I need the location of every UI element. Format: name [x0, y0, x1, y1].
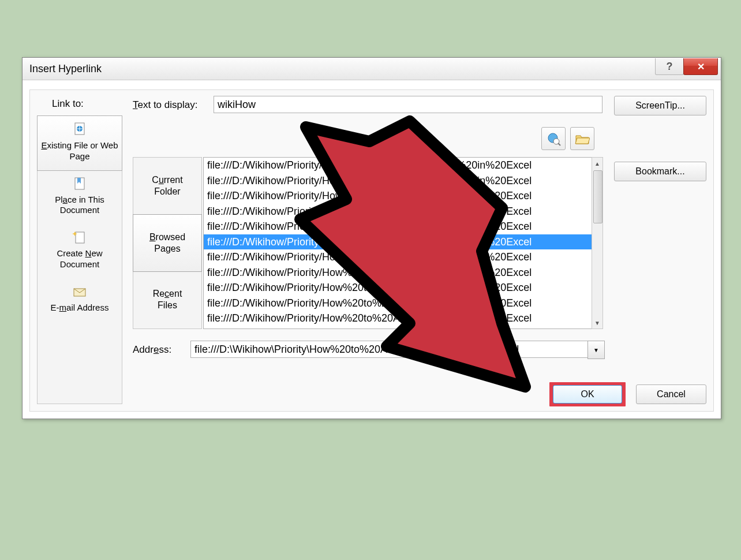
linkto-createnew-label: Create New Document	[57, 248, 102, 269]
cancel-button[interactable]: Cancel	[636, 384, 706, 404]
list-item[interactable]: file:///D:/Wikihow/Priority/How%20to%20A…	[204, 265, 592, 281]
browse-web-button[interactable]	[541, 127, 566, 150]
address-dropdown-button[interactable]: ▼	[587, 341, 605, 359]
list-item[interactable]: file:///D:/Wikihow/Priority/How%20to%20A…	[204, 296, 592, 311]
list-item[interactable]: file:///D:/Wikihow/Priority/How%20to%20A…	[204, 219, 592, 234]
screentip-button[interactable]: ScreenTip...	[614, 96, 706, 115]
list-item[interactable]: file:///D:/Wikihow/Priority/How%20to%20A…	[204, 311, 592, 326]
ok-highlight: OK	[549, 382, 626, 406]
linkto-place-label: Place in This Document	[55, 195, 104, 215]
tab-current-folder[interactable]: CurrentFolder	[133, 158, 201, 215]
chevron-down-icon: ▼	[593, 347, 599, 353]
ok-button[interactable]: OK	[553, 385, 622, 404]
text-to-display-input[interactable]	[214, 96, 602, 113]
linkto-existing-file[interactable]: Existing File or Web Page	[37, 115, 122, 171]
list-item[interactable]: file:///D:/Wikihow/Priority/How%20to%20A…	[204, 158, 592, 173]
address-label: Address:	[133, 344, 171, 356]
file-list-scrollbar[interactable]: ▲ ▼	[592, 157, 603, 329]
link-to-label: Link to:	[52, 98, 84, 110]
new-page-icon	[72, 230, 88, 246]
dialog-body: Link to: Existing File or Web Page Place…	[29, 89, 714, 412]
file-list[interactable]: file:///D:/Wikihow/Priority/How%20to%20A…	[203, 157, 592, 329]
address-input[interactable]	[190, 341, 591, 358]
scroll-down-icon[interactable]: ▼	[592, 317, 602, 328]
text-to-display-label: Text to display:	[133, 99, 197, 111]
link-to-panel: Existing File or Web Page Place in This …	[37, 115, 122, 404]
tab-browsed-pages[interactable]: BrowsedPages	[133, 214, 202, 272]
linkto-existing-label: Existing File or Web Page	[41, 140, 118, 161]
list-item[interactable]: file:///D:/Wikihow/Priority/How%20to%20A…	[204, 204, 592, 219]
browse-toolbar	[541, 127, 594, 150]
close-icon: ✕	[697, 61, 705, 72]
linkto-email-label: E-mail Address	[51, 303, 109, 312]
dialog-title: Insert Hyperlink	[23, 63, 102, 75]
page-bookmark-icon	[72, 176, 88, 192]
browse-file-button[interactable]	[570, 127, 594, 150]
insert-hyperlink-dialog: Insert Hyperlink ? ✕ Link to: Existing F…	[22, 57, 721, 419]
tab-recent-files[interactable]: RecentFiles	[133, 271, 201, 328]
svg-line-7	[558, 143, 560, 145]
scroll-thumb[interactable]	[593, 170, 602, 223]
linkto-email[interactable]: E-mail Address	[38, 278, 122, 322]
titlebar: Insert Hyperlink ? ✕	[23, 58, 721, 80]
linkto-place-in-document[interactable]: Place in This Document	[38, 170, 122, 225]
list-item[interactable]: file:///D:/Wikihow/Priority/How%20to%20A…	[204, 280, 592, 296]
list-item[interactable]: file:///D:/Wikihow/Priority/How%20to%20A…	[204, 249, 592, 265]
help-button[interactable]: ?	[655, 58, 684, 75]
page-globe-icon	[72, 122, 88, 138]
list-item[interactable]: file:///D:/Wikihow/Priority/How%20to%20A…	[204, 173, 592, 189]
close-button[interactable]: ✕	[683, 58, 718, 75]
list-item[interactable]: file:///C:/Matthiu/Personality/1520_9151…	[204, 326, 592, 330]
bookmark-button[interactable]: Bookmark...	[614, 162, 706, 181]
globe-search-icon	[546, 131, 561, 146]
linkto-create-new[interactable]: Create New Document	[38, 224, 122, 278]
list-item-selected[interactable]: file:///D:/Wikihow/Priority/How%20to%20A…	[204, 234, 592, 250]
email-icon	[72, 284, 88, 300]
location-tabs: CurrentFolder BrowsedPages RecentFiles	[133, 157, 202, 329]
folder-open-icon	[575, 131, 590, 146]
list-item[interactable]: file:///D:/Wikihow/Priority/How%20to%20A…	[204, 188, 592, 204]
scroll-up-icon[interactable]: ▲	[592, 158, 602, 169]
